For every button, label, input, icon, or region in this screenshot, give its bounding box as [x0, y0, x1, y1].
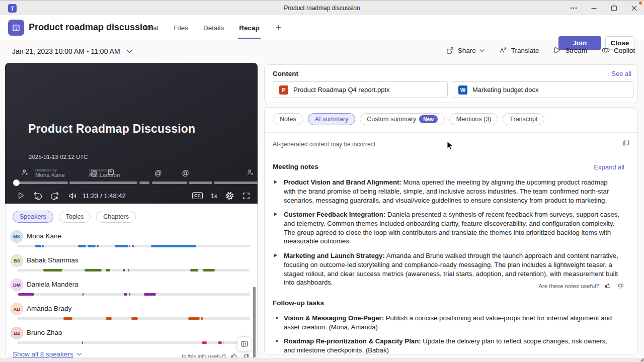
mention-marker-icon[interactable]: @	[182, 168, 189, 177]
file-chip-pptx[interactable]: P Product Roadmap Q4 report.pptx	[273, 81, 448, 98]
speaker-timeline[interactable]	[17, 269, 250, 272]
recap-actions: Share Translate Stream Copilot	[446, 46, 635, 55]
bullet: •	[276, 314, 278, 323]
play-button[interactable]	[16, 191, 25, 200]
note-title: Customer Feedback Integration:	[284, 211, 385, 218]
speaker-row: BZ Bruno Zhao	[6, 327, 258, 351]
speaker-timeline[interactable]	[17, 317, 250, 320]
speaker-name: Babak Shammas	[27, 256, 78, 264]
mention-marker-icon[interactable]: @	[154, 168, 162, 177]
show-all-speakers-link[interactable]: Show all 8 speakers	[13, 350, 82, 358]
play-icon	[16, 191, 25, 200]
expand-caret-icon[interactable]	[274, 253, 277, 257]
copy-button[interactable]	[622, 139, 630, 147]
timeline-segment	[144, 293, 156, 296]
meeting-notes-heading: Meeting notes	[273, 163, 318, 170]
file-name: Marketing budget.docx	[472, 86, 539, 94]
stream-button[interactable]: Stream	[553, 46, 587, 55]
scrollbar[interactable]	[253, 287, 256, 358]
expand-all-link[interactable]: Expand all	[594, 163, 624, 171]
see-all-link[interactable]: See all	[611, 70, 631, 77]
share-button[interactable]: Share	[446, 46, 485, 55]
skip-back-10-icon: 10	[32, 191, 43, 201]
video-player[interactable]: Product Roadmap Discussion 2025-01-13 02…	[5, 63, 258, 204]
task-title: Roadmap Re-prioritization & Capacity Pla…	[284, 337, 421, 345]
playhead-handle[interactable]	[13, 179, 20, 186]
skip-forward-10-button[interactable]: 10	[50, 191, 60, 201]
timeline-segment	[124, 293, 127, 296]
skip-back-10-button[interactable]: 10	[32, 191, 43, 201]
collapse-panel-button[interactable]	[237, 336, 252, 351]
avatar: MK	[11, 230, 23, 243]
tab-mentions[interactable]: Mentions (3)	[449, 113, 498, 125]
file-name: Product Roadmap Q4 report.pptx	[293, 86, 390, 94]
player-controls: 10 10 11:23 / 1:48:42 CC 1x	[5, 188, 258, 204]
speaker-timeline[interactable]	[17, 293, 250, 296]
meeting-header: Product roadmap discussion Chat Files De…	[0, 15, 644, 40]
fullscreen-button[interactable]	[242, 192, 251, 200]
meeting-date-selector[interactable]: Jan 21, 2023 10:00 AM - 11:00 AM	[12, 47, 132, 55]
thumbs-down-icon[interactable]	[617, 282, 624, 290]
thumbs-up-icon[interactable]	[604, 282, 612, 290]
filter-speakers[interactable]: Speakers	[13, 211, 53, 223]
tab-ai-summary[interactable]: AI summary	[308, 113, 356, 125]
speaker-timeline[interactable]	[17, 245, 250, 247]
settings-button[interactable]	[225, 191, 234, 201]
info-useful-prompt: Is this info useful?	[182, 352, 250, 358]
panel-collapse-icon	[240, 340, 249, 348]
content-card: Content See all P Product Roadmap Q4 rep…	[264, 64, 638, 103]
expand-caret-icon[interactable]	[274, 212, 277, 216]
thumbs-down-icon[interactable]	[243, 352, 250, 358]
window-minimize-button[interactable]	[584, 1, 604, 16]
window-maximize-button[interactable]	[604, 1, 624, 16]
translate-button[interactable]: Translate	[499, 46, 539, 55]
tab-details[interactable]: Details	[202, 21, 225, 35]
stream-label: Stream	[565, 47, 587, 54]
meeting-date: Jan 21, 2023 10:00 AM - 11:00 AM	[12, 47, 120, 55]
gear-icon	[225, 191, 234, 201]
avatar: BS	[11, 254, 23, 267]
expand-caret-icon[interactable]	[274, 180, 277, 184]
timeline-segment	[106, 269, 110, 272]
avatar: DM	[11, 279, 23, 291]
timeline-segment	[88, 245, 96, 247]
fullscreen-icon	[242, 192, 251, 200]
seek-bar[interactable]	[15, 182, 258, 184]
tab-notes[interactable]: Notes	[273, 113, 303, 125]
more-icon	[570, 7, 577, 9]
speaker-name: Amanda Brady	[27, 305, 71, 312]
task-title: Vision & Messaging One-Pager:	[284, 314, 384, 322]
custom-summary-label: Custom summary	[367, 116, 416, 123]
share-label: Share	[458, 47, 476, 54]
filter-topics[interactable]: Topics	[59, 211, 91, 223]
translate-label: Translate	[511, 47, 539, 54]
tab-files[interactable]: Files	[173, 21, 190, 35]
person-add-icon[interactable]	[247, 168, 255, 176]
person-add-icon[interactable]	[21, 168, 29, 176]
bullet: •	[276, 337, 278, 346]
timeline-segment	[78, 245, 87, 247]
stream-play-icon	[553, 46, 561, 55]
thumbs-up-icon[interactable]	[230, 352, 238, 358]
captions-button[interactable]: CC	[192, 192, 203, 199]
tab-custom-summary[interactable]: Custom summary New	[360, 113, 445, 125]
volume-button[interactable]	[68, 191, 77, 201]
add-tab-button[interactable]: +	[276, 22, 281, 33]
avatar: AB	[11, 303, 23, 315]
timeline-segment	[115, 245, 128, 247]
resize-grip-icon[interactable]	[640, 358, 643, 361]
tab-transcript[interactable]: Transcript	[503, 113, 544, 125]
file-chip-docx[interactable]: W Marketing budget.docx	[452, 81, 633, 98]
video-timestamp: 2025-01-13 02:12 UTC	[29, 154, 88, 160]
tab-chat[interactable]: Chat	[143, 21, 160, 35]
note-item: Product Vision and Brand Alignment: Mona…	[273, 178, 620, 205]
filter-chapters[interactable]: Chapters	[96, 211, 136, 223]
playback-speed-button[interactable]: 1x	[210, 192, 217, 200]
window-bottom-edge	[0, 358, 644, 362]
speaker-timeline[interactable]	[17, 341, 250, 344]
tab-recap[interactable]: Recap	[238, 21, 261, 35]
notes-useful-prompt: Are these notes useful?	[538, 282, 624, 290]
window-more-button[interactable]	[564, 1, 584, 16]
copilot-button[interactable]: Copilot	[601, 46, 635, 55]
timeline-segment	[152, 182, 187, 184]
